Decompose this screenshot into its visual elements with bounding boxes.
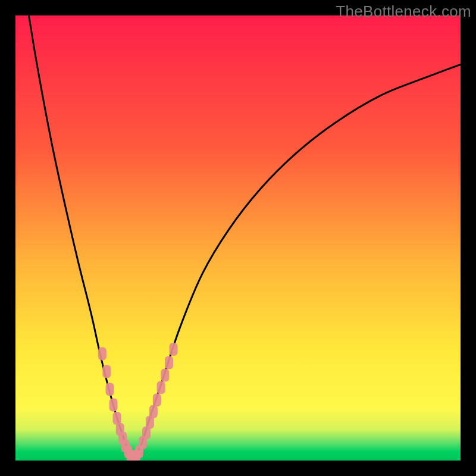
watermark-text: TheBottleneck.com — [336, 2, 471, 21]
highlight-bead — [109, 399, 118, 412]
curve-left-branch — [29, 15, 131, 461]
chart-frame: TheBottleneck.com — [0, 0, 476, 476]
highlight-bead — [161, 368, 169, 381]
curve-right-branch — [131, 64, 461, 461]
chart-overlay-svg — [15, 15, 461, 461]
chart-plot-area — [15, 15, 461, 461]
highlight-bead — [98, 347, 107, 360]
highlight-bead — [106, 383, 114, 396]
highlight-bead — [102, 365, 111, 378]
highlight-bead — [165, 356, 173, 369]
highlight-bead — [157, 381, 165, 394]
highlight-bead — [153, 393, 161, 406]
highlight-bead — [149, 405, 158, 418]
highlight-bead — [170, 343, 178, 356]
